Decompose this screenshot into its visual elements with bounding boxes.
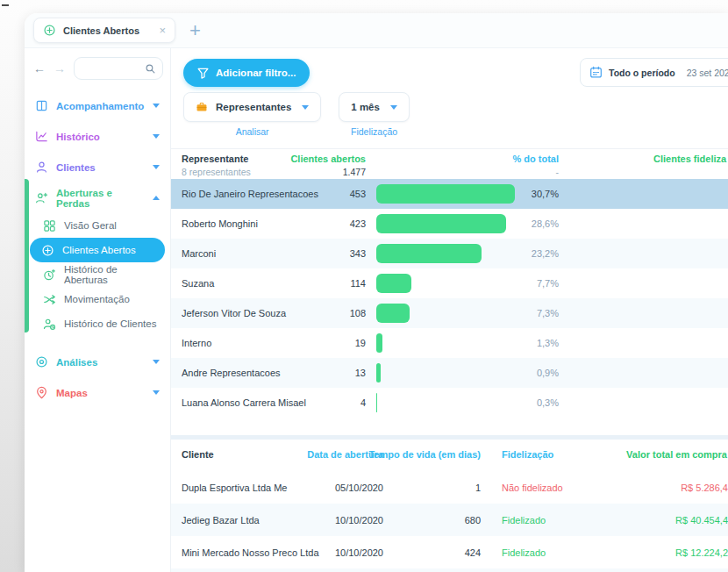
target-circle-icon — [35, 355, 48, 368]
client-lifetime-days: 1 — [383, 483, 481, 493]
tab-bar: Clientes Abertos × + — [25, 13, 728, 48]
line-chart-icon — [35, 130, 48, 143]
rep-bar — [376, 393, 377, 412]
sidebar-item-movimentacao[interactable]: Movimentação — [30, 287, 165, 311]
sidebar-item-label: Clientes — [56, 162, 96, 173]
period-label: Todo o período — [609, 68, 675, 78]
table-row[interactable]: Andre Representacoes 13 0,9% — [171, 358, 728, 388]
person-clock-icon — [43, 318, 56, 331]
sidebar-menu: Acompanhamento Histórico — [25, 87, 170, 408]
rep-bar — [376, 363, 381, 383]
briefcase-icon — [196, 101, 208, 113]
table-row[interactable]: Marconi 343 23,2% — [171, 239, 728, 268]
column-pct-do-total[interactable]: % do total — [171, 154, 559, 164]
sidebar-item-analises[interactable]: Análises — [30, 347, 165, 377]
tab-label: Clientes Abertos — [63, 25, 152, 36]
column-valor-total[interactable]: Valor total em compra — [171, 449, 727, 460]
client-open-date: 10/10/2020 — [331, 515, 383, 526]
sidebar-item-visao-geral[interactable]: Visão Geral — [30, 213, 165, 238]
fidelizacao-dropdown[interactable]: 1 mês — [339, 92, 410, 122]
rep-pct: 28,6% — [515, 218, 559, 229]
back-arrow-icon[interactable]: ← — [33, 62, 46, 75]
sidebar-item-label: Análises — [56, 357, 97, 368]
circle-plus-icon — [41, 244, 54, 257]
search-icon — [145, 63, 156, 75]
table-row[interactable]: Dupla Esportiva Ltda Me 05/10/2020 1 Não… — [171, 471, 728, 504]
new-tab-button[interactable]: + — [189, 21, 201, 40]
rep-open-clients: 423 — [329, 218, 366, 229]
chevron-down-icon — [153, 390, 160, 395]
loyalty-status-badge: Fidelizado — [502, 515, 586, 526]
table-row[interactable]: Suzana 114 7,7% — [171, 268, 728, 298]
rep-open-clients: 343 — [329, 248, 366, 259]
table-row[interactable]: Jedieg Bazar Ltda 10/10/2020 680 Fideliz… — [171, 504, 728, 536]
rep-name: Rio De Janeiro Representacoes — [182, 189, 329, 199]
sidebar-item-label: Mapas — [56, 388, 88, 398]
rep-pct: 1,3% — [515, 338, 559, 348]
sidebar-nav-row: ← → — [25, 55, 170, 87]
period-range: 23 set 2020 - 14 — [687, 68, 728, 78]
close-icon[interactable]: × — [159, 25, 166, 36]
analisar-dropdown[interactable]: Representantes — [183, 92, 321, 122]
client-total-value: R$ 12.224,2 — [586, 547, 728, 558]
sidebar-item-clientes-abertos[interactable]: Clientes Abertos — [30, 238, 165, 262]
sidebar-item-mapas[interactable]: Mapas — [30, 377, 165, 408]
sidebar-item-label: Clientes Abertos — [62, 245, 136, 255]
rep-bar — [376, 333, 382, 353]
search-input[interactable] — [74, 57, 163, 80]
sidebar-item-label: Histórico de Aberturas — [64, 264, 160, 285]
table-row[interactable]: Interno 19 1,3% — [171, 328, 728, 358]
sidebar-item-label: Aberturas e Perdas — [56, 188, 145, 209]
expanded-group-accent-bar — [25, 179, 29, 332]
client-lifetime-days: 424 — [383, 547, 481, 558]
client-total-value: R$ 5.286,4 — [586, 483, 728, 493]
rep-open-clients: 453 — [329, 189, 366, 199]
table-row[interactable]: Jeferson Vitor De Souza 108 7,3% — [171, 298, 728, 328]
rep-open-clients: 19 — [329, 338, 366, 348]
date-range-button[interactable]: Todo o período 23 set 2020 - 14 — [580, 58, 728, 87]
forward-arrow-icon[interactable]: → — [54, 62, 66, 75]
table-row[interactable]: Mini Mercado Nosso Preco Ltda 10/10/2020… — [171, 536, 728, 568]
sidebar: ← → Acompanha — [25, 48, 171, 572]
rep-bar — [376, 304, 410, 323]
add-filter-label: Adicionar filtro... — [216, 68, 296, 78]
table-row[interactable]: Luana Alonso Carrera Misael 4 0,3% — [171, 388, 728, 418]
sidebar-item-label: Histórico — [56, 132, 100, 142]
add-filter-button[interactable]: Adicionar filtro... — [183, 59, 310, 87]
filter-funnel-icon — [197, 68, 209, 79]
tab-clientes-abertos[interactable]: Clientes Abertos × — [33, 18, 175, 43]
column-clientes-fidelizados[interactable]: Clientes fideliza — [653, 154, 726, 164]
table-row[interactable]: Rio De Janeiro Representacoes 453 30,7% — [171, 179, 728, 209]
table-row[interactable]: Roberto Monghini 423 28,6% — [171, 209, 728, 239]
sidebar-item-label: Acompanhamento — [56, 101, 144, 111]
rep-name: Roberto Monghini — [182, 218, 329, 229]
client-open-date: 05/10/2020 — [331, 483, 383, 493]
rep-name: Marconi — [182, 248, 329, 259]
map-pin-icon — [35, 386, 48, 399]
sidebar-item-aberturas-e-perdas[interactable]: Aberturas e Perdas — [30, 182, 165, 213]
filters-row: Representantes Analisar 1 mês Fidelizaçã… — [171, 87, 728, 137]
rep-pct: 23,2% — [515, 248, 559, 259]
chevron-down-icon — [153, 165, 160, 169]
sidebar-item-historico-de-clientes[interactable]: Histórico de Clientes — [30, 311, 165, 336]
grid-icon — [43, 219, 56, 232]
window-dash — [2, 4, 9, 6]
sidebar-item-historico[interactable]: Histórico — [30, 121, 165, 152]
fidelizacao-value: 1 mês — [351, 102, 380, 112]
client-total-value: R$ 40.454,4 — [586, 515, 728, 526]
rep-name: Andre Representacoes — [182, 368, 329, 378]
sidebar-item-acompanhamento[interactable]: Acompanhamento — [30, 90, 165, 121]
calendar-icon — [589, 66, 603, 79]
sidebar-item-label: Histórico de Clientes — [64, 318, 156, 329]
clock-plus-icon — [43, 268, 56, 282]
rep-pct: 7,3% — [515, 308, 559, 318]
rep-pct: 30,7% — [515, 189, 559, 199]
pct-total-sub: - — [171, 167, 559, 177]
sidebar-item-clientes[interactable]: Clientes — [30, 152, 165, 182]
fidelizacao-caption: Fidelização — [351, 126, 397, 137]
sidebar-item-historico-de-aberturas[interactable]: Histórico de Aberturas — [30, 262, 165, 287]
rep-bar — [376, 214, 506, 233]
chevron-down-icon — [153, 360, 160, 364]
next-row-band — [171, 568, 728, 572]
toolbar: Adicionar filtro... Todo o período 23 se… — [171, 48, 728, 87]
